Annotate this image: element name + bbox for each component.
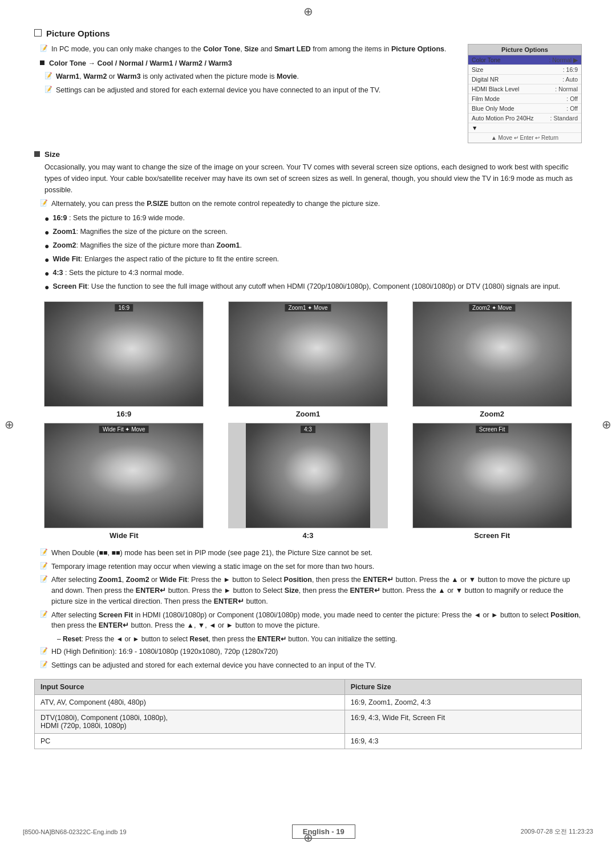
image-caption-screenfit: Screen Fit	[474, 531, 510, 540]
post-note-4: 📝 After selecting Screen Fit in HDMI (10…	[34, 610, 582, 632]
image-caption-zoom1: Zoom1	[296, 410, 321, 418]
post-note-text-6: Settings can be adjusted and stored for …	[51, 660, 376, 671]
input-source-table: Input Source Picture Size ATV, AV, Compo…	[34, 679, 582, 749]
table-cell-source-2: PC	[35, 733, 345, 749]
bullet-dot-2: ●	[44, 240, 49, 252]
note-text-3: Settings can be adjusted and stored for …	[56, 85, 380, 96]
post-note-1: 📝 When Double (■■, ■■) mode has been set…	[34, 548, 582, 559]
bullet-dot-5: ●	[44, 281, 49, 293]
note-icon-2: 📝	[44, 72, 52, 79]
post-note-icon-1: 📝	[40, 548, 48, 556]
footer-page: English - 19	[292, 824, 355, 839]
post-note-icon-5: 📝	[40, 647, 48, 654]
table-row-0: ATV, AV, Component (480i, 480p) 16:9, Zo…	[35, 694, 582, 710]
crosshair-bottom-icon: ⊕	[303, 831, 313, 844]
note-icon-1: 📝	[40, 45, 48, 52]
image-caption-169: 16:9	[116, 410, 131, 418]
options-row-film-mode: Film Mode : Off	[468, 94, 581, 104]
table-cell-source-0: ATV, AV, Component (480i, 480p)	[35, 694, 345, 710]
image-overlay-zoom2: Zoom2 ✦ Move	[469, 304, 515, 312]
post-note-text-2: Temporary image retention may occur when…	[51, 561, 374, 572]
image-overlay-screenfit: Screen Fit	[476, 426, 509, 433]
post-note-text-1: When Double (■■, ■■) mode has been set i…	[51, 548, 372, 559]
bullet-text-2: Zoom2: Magnifies the size of the picture…	[52, 240, 241, 251]
options-row-color-tone: Color Tone : Normal ▶	[468, 55, 581, 65]
bullet-text-4: 4:3 : Sets the picture to 4:3 normal mod…	[52, 268, 184, 278]
bullet-dot-0: ●	[44, 213, 49, 225]
bullet-43: ● 4:3 : Sets the picture to 4:3 normal m…	[34, 268, 582, 280]
footer-center: English - 19	[292, 824, 355, 839]
table-header-source: Input Source	[35, 679, 345, 694]
bullet-zoom2: ● Zoom2: Magnifies the size of the pictu…	[34, 240, 582, 252]
black-square-icon	[40, 60, 44, 65]
post-note-2: 📝 Temporary image retention may occur wh…	[34, 561, 582, 572]
bullet-text-3: Wide Fit: Enlarges the aspect ratio of t…	[52, 254, 279, 265]
black-rect-icon	[34, 151, 40, 157]
options-row-hdmi-black: HDMI Black Level : Normal	[468, 84, 581, 94]
picture-options-box: Picture Options Color Tone : Normal ▶ Si…	[468, 44, 582, 143]
options-row-blue-only: Blue Only Mode : Off	[468, 104, 581, 114]
table-cell-size-2: 16:9, 4:3	[345, 733, 581, 749]
options-val-2: : Auto	[562, 76, 578, 83]
image-frame-43: 4:3	[228, 423, 388, 528]
bullet-widefit: ● Wide Fit: Enlarges the aspect ratio of…	[34, 254, 582, 266]
post-note-icon-2: 📝	[40, 562, 48, 569]
options-row-more: ▼	[468, 123, 581, 133]
options-val-0: : Normal ▶	[549, 56, 578, 63]
image-cell-screenfit: Screen Fit Screen Fit	[402, 423, 582, 540]
image-frame-screenfit: Screen Fit	[412, 423, 572, 528]
image-frame-widefit: Wide Fit ✦ Move	[44, 423, 204, 528]
bullet-text-5: Screen Fit: Use the function to see the …	[52, 281, 560, 292]
post-note-text-4: After selecting Screen Fit in HDMI (1080…	[51, 610, 582, 632]
options-val-5: : Off	[566, 105, 578, 112]
image-overlay-widefit: Wide Fit ✦ Move	[99, 426, 149, 433]
psize-note-text: Alternately, you can press the P.SIZE bu…	[51, 199, 380, 209]
table-header-size: Picture Size	[345, 679, 581, 694]
note-text-2: Warm1, Warm2 or Warm3 is only activated …	[56, 71, 299, 82]
options-val-3: : Normal	[555, 86, 578, 92]
section-heading: Picture Options	[34, 29, 582, 38]
post-note-6: 📝 Settings can be adjusted and stored fo…	[34, 660, 582, 671]
image-cell-169: 16:9 16:9	[34, 301, 214, 418]
size-title: Size	[44, 150, 60, 159]
bullet-169: ● 16:9 : Sets the picture to 16:9 wide m…	[34, 213, 582, 225]
color-tone-heading-text: Color Tone → Cool / Normal / Warm1 / War…	[49, 58, 232, 69]
options-key-3: HDMI Black Level	[472, 86, 519, 92]
post-note-text-3: After selecting Zoom1, Zoom2 or Wide Fit…	[51, 575, 582, 607]
color-tone-heading-row: Color Tone → Cool / Normal / Warm1 / War…	[34, 58, 456, 69]
checkbox-icon	[34, 29, 42, 37]
options-box-title: Picture Options	[468, 45, 581, 55]
post-note-icon-6: 📝	[40, 661, 48, 668]
note-icon-3: 📝	[44, 86, 52, 93]
psize-note-row: 📝 Alternately, you can press the P.SIZE …	[34, 199, 582, 209]
image-frame-zoom2: Zoom2 ✦ Move	[412, 301, 572, 407]
post-note-icon-3: 📝	[40, 575, 48, 583]
footer-left: [8500-NA]BN68-02322C-Eng.indb 19	[23, 828, 127, 835]
image-frame-zoom1: Zoom1 ✦ Move	[228, 301, 388, 407]
image-caption-43: 4:3	[303, 531, 314, 540]
options-key-1: Size	[472, 66, 483, 73]
post-note-icon-4: 📝	[40, 611, 48, 618]
options-box: Picture Options Color Tone : Normal ▶ Si…	[468, 44, 582, 143]
table-row-2: PC 16:9, 4:3	[35, 733, 582, 749]
options-row-size: Size : 16:9	[468, 65, 581, 75]
note-text-1: In PC mode, you can only make changes to…	[51, 44, 446, 55]
image-cell-zoom1: Zoom1 ✦ Move Zoom1	[218, 301, 398, 418]
size-heading-row: Size	[34, 150, 582, 159]
bullet-screenfit: ● Screen Fit: Use the function to see th…	[34, 281, 582, 293]
options-val-1: : 16:9	[563, 66, 578, 73]
options-val-6: : Standard	[550, 115, 578, 122]
options-val-4: : Off	[566, 95, 578, 102]
table-cell-size-1: 16:9, 4:3, Wide Fit, Screen Fit	[345, 710, 581, 733]
note-row-1: 📝 In PC mode, you can only make changes …	[34, 44, 456, 55]
image-cell-zoom2: Zoom2 ✦ Move Zoom2	[402, 301, 582, 418]
options-row-auto-motion: Auto Motion Pro 240Hz : Standard	[468, 114, 581, 123]
main-text: 📝 In PC mode, you can only make changes …	[34, 44, 456, 143]
bullet-dot-1: ●	[44, 227, 49, 238]
size-para: Occasionally, you may want to change the…	[34, 161, 582, 196]
image-overlay-zoom1: Zoom1 ✦ Move	[285, 304, 331, 312]
bullet-text-1: Zoom1: Magnifies the size of the picture…	[52, 227, 227, 237]
bullet-text-0: 16:9 : Sets the picture to 16:9 wide mod…	[52, 213, 184, 224]
options-key-4: Film Mode	[472, 95, 500, 102]
note-row-2: 📝 Warm1, Warm2 or Warm3 is only activate…	[34, 71, 456, 82]
